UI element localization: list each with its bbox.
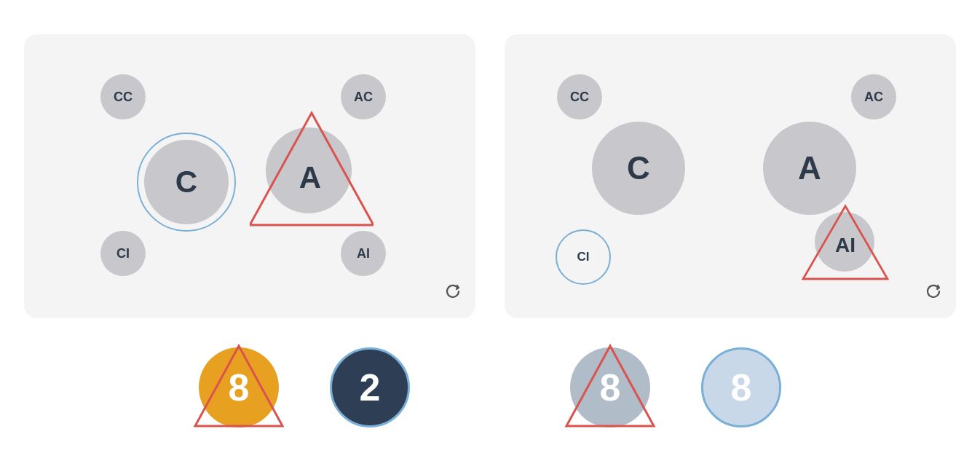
node-cc-right: CC [557, 74, 602, 119]
node-ci-left: CI [100, 231, 146, 276]
node-c-left: C [144, 140, 229, 224]
circle-dark: 2 [330, 347, 410, 427]
circle-light: 8 [701, 347, 781, 427]
node-a-right: A [763, 122, 856, 215]
svg-marker-3 [566, 346, 654, 426]
right-diagram-box: CC AC C A CI AI [505, 34, 956, 318]
main-row: CC AC C CI AI A [24, 34, 956, 318]
node-ac-right: AC [851, 74, 896, 119]
node-ci-ring-right: CI [556, 229, 611, 285]
icon-circle-dark: 2 [323, 340, 417, 435]
bottom-right-section: 8 8 [563, 340, 789, 435]
svg-marker-2 [195, 346, 282, 426]
icon-triangle-orange: 8 [191, 340, 286, 435]
triangle-ai-right: AI [802, 202, 896, 289]
bottom-row: 8 2 8 8 [191, 340, 789, 435]
left-diagram-box: CC AC C CI AI A [24, 34, 475, 318]
node-ci-right: CI [559, 233, 607, 281]
icon-circle-light: 8 [694, 340, 789, 435]
number-8-light: 8 [731, 366, 752, 409]
node-c-ring-left: C [137, 133, 236, 232]
icon-triangle-gray: 8 [563, 340, 657, 435]
triangle-a-left: A [250, 107, 381, 245]
node-cc-left: CC [100, 74, 146, 119]
number-2-dark: 2 [360, 366, 381, 409]
node-c-right: C [592, 122, 685, 215]
refresh-icon-right[interactable] [924, 282, 943, 305]
bottom-left-section: 8 2 [191, 340, 417, 435]
refresh-icon-left[interactable] [443, 282, 462, 305]
